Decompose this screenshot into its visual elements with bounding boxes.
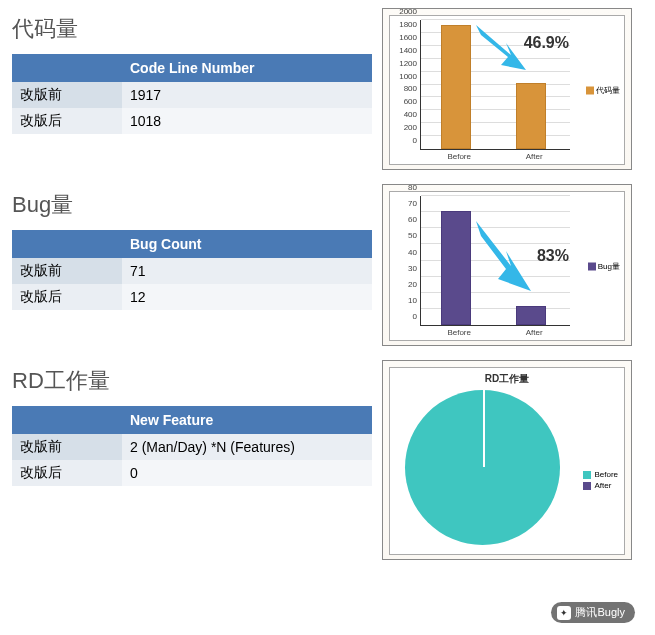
- th-header: New Feature: [122, 406, 372, 434]
- chart-rd: RD工作量 Before After: [382, 360, 632, 560]
- th-blank: [12, 54, 122, 82]
- td-label: 改版后: [12, 284, 122, 310]
- td-label: 改版前: [12, 258, 122, 284]
- th-blank: [12, 406, 122, 434]
- bar-before: [441, 25, 471, 149]
- td-value: 1018: [122, 108, 372, 134]
- td-value: 1917: [122, 82, 372, 108]
- bar-after: [516, 83, 546, 149]
- bar-before: [441, 211, 471, 325]
- svg-marker-0: [476, 25, 526, 70]
- th-header: Bug Count: [122, 230, 372, 258]
- bar-after: [516, 306, 546, 325]
- td-value: 71: [122, 258, 372, 284]
- callout-percent: 46.9%: [524, 34, 569, 52]
- wechat-icon: ✦: [557, 606, 571, 620]
- legend: 代码量: [586, 85, 620, 96]
- td-value: 12: [122, 284, 372, 310]
- y-axis-ticks: 0 200 400 600 800 1000 1200 1400 1600 18…: [391, 20, 419, 149]
- table-bug: Bug Count 改版前71 改版后12: [12, 230, 372, 310]
- pie-chart: [405, 390, 560, 545]
- watermark: ✦ 腾讯Bugly: [551, 602, 635, 623]
- arrow-icon: [476, 221, 536, 296]
- td-label: 改版前: [12, 82, 122, 108]
- td-label: 改版后: [12, 108, 122, 134]
- td-value: 2 (Man/Day) *N (Features): [122, 434, 372, 460]
- chart-bug: 0 10 20 30 40 50 60 70 80 83% BeforeAfte…: [382, 184, 632, 346]
- td-label: 改版后: [12, 460, 122, 486]
- callout-percent: 83%: [537, 247, 569, 265]
- th-header: Code Line Number: [122, 54, 372, 82]
- section-code: 代码量 Code Line Number 改版前1917 改版后1018 0 2…: [12, 8, 643, 170]
- section-bug: Bug量 Bug Count 改版前71 改版后12 0 10 20 30 40…: [12, 184, 643, 346]
- svg-marker-1: [476, 221, 531, 291]
- td-label: 改版前: [12, 434, 122, 460]
- pie-legend: Before After: [583, 470, 618, 492]
- td-value: 0: [122, 460, 372, 486]
- chart-code: 0 200 400 600 800 1000 1200 1400 1600 18…: [382, 8, 632, 170]
- section-title-rd: RD工作量: [12, 366, 372, 396]
- table-code: Code Line Number 改版前1917 改版后1018: [12, 54, 372, 134]
- legend: Bug量: [588, 261, 620, 272]
- section-rd: RD工作量 New Feature 改版前2 (Man/Day) *N (Fea…: [12, 360, 643, 560]
- y-axis-ticks: 0 10 20 30 40 50 60 70 80: [391, 196, 419, 325]
- table-rd: New Feature 改版前2 (Man/Day) *N (Features)…: [12, 406, 372, 486]
- section-title-bug: Bug量: [12, 190, 372, 220]
- section-title-code: 代码量: [12, 14, 372, 44]
- th-blank: [12, 230, 122, 258]
- pie-title: RD工作量: [390, 368, 624, 390]
